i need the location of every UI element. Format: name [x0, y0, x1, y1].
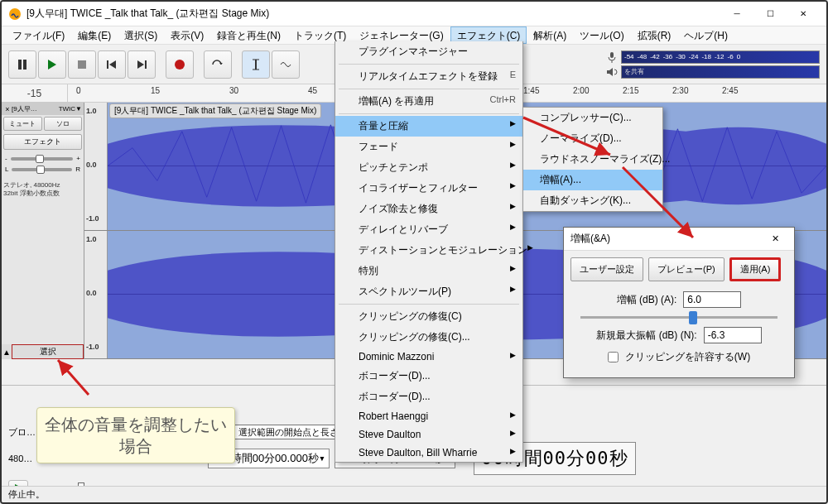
svg-rect-5	[145, 60, 147, 69]
menu-edit[interactable]: 編集(E)	[71, 26, 118, 44]
menu-steve2[interactable]: Steve Daulton, Bill Wharrie▶	[335, 444, 522, 462]
status-bar: 停止中。	[2, 486, 826, 502]
menu-record[interactable]: 録音と再生(N)	[210, 26, 287, 44]
menu-dominic[interactable]: Dominic Mazzoni▶	[335, 348, 522, 366]
menu-pitch[interactable]: ピッチとテンポ▶	[335, 157, 522, 178]
menu-delay[interactable]: ディレイとリバーブ▶	[335, 219, 522, 240]
speaker-icon	[605, 65, 619, 79]
mic-icon	[605, 50, 619, 64]
gain-slider[interactable]	[11, 157, 74, 161]
menu-clip-restore[interactable]: クリッピングの修復(C)	[335, 306, 522, 327]
menu-select[interactable]: 選択(S)	[118, 26, 164, 44]
maximize-button[interactable]: ☐	[753, 2, 787, 26]
newpeak-input[interactable]	[704, 327, 762, 343]
menu-special[interactable]: 特別▶	[335, 261, 522, 281]
volume-submenu[interactable]: コンプレッサー(C)... ノーマライズ(D)... ラウドネスノーマライズ(Z…	[522, 107, 663, 212]
dialog-close-icon[interactable]: ✕	[763, 233, 787, 244]
window-controls: ─ ☐ ✕	[720, 2, 820, 26]
amp-input[interactable]	[683, 291, 741, 308]
menu-help[interactable]: ヘルプ(H)	[677, 26, 734, 44]
menu-steve[interactable]: Steve Daulton▶	[335, 425, 522, 444]
pause-button[interactable]	[8, 50, 36, 79]
clip-name-label[interactable]: [9人무대] TWICE _Talk that Talk_ (교차편집 Stag…	[109, 103, 321, 118]
menu-file[interactable]: ファイル(F)	[6, 26, 71, 44]
track-dropdown-icon[interactable]: ▼	[75, 105, 82, 113]
app-icon	[8, 7, 22, 21]
submenu-compressor[interactable]: コンプレッサー(C)...	[523, 108, 662, 128]
loop-button[interactable]	[204, 50, 232, 79]
amp-label: 増幅 (dB) (A):	[617, 293, 677, 307]
menu-fade[interactable]: フェード▶	[335, 137, 522, 157]
menu-reapply[interactable]: 増幅(A) を再適用Ctrl+R	[335, 91, 522, 112]
menu-noise[interactable]: ノイズ除去と修復▶	[335, 199, 522, 219]
stop-button[interactable]	[68, 50, 96, 79]
track-name: [9人무…	[12, 104, 59, 113]
preview-button[interactable]: プレビュー(P)	[648, 257, 724, 281]
clip-allow-checkbox[interactable]	[608, 352, 619, 362]
menu-clip-restore2[interactable]: クリッピングの修復(C)...	[335, 327, 522, 348]
svg-point-0	[9, 8, 21, 20]
menu-eq[interactable]: イコライザーとフィルター▶	[335, 178, 522, 199]
menu-vocoder2[interactable]: ボコーダー(D)...	[335, 386, 522, 407]
annotation-callout: 全体の音量を調整したい場合	[36, 407, 235, 463]
menu-volume-compress[interactable]: 音量と圧縮▶	[335, 116, 522, 137]
effect-dropdown[interactable]: プラグインマネージャー リアルタイムエフェクトを登録E 増幅(A) を再適用Ct…	[335, 41, 523, 463]
window-title: [9人무대] TWICE _Talk that Talk_ (교차편집 Stag…	[26, 7, 720, 21]
selection-tool[interactable]	[242, 50, 270, 79]
menu-view[interactable]: 表示(V)	[164, 26, 210, 44]
amp-slider[interactable]	[580, 316, 777, 319]
user-pref-button[interactable]: ユーザー設定	[570, 257, 643, 281]
submenu-amplify[interactable]: 増幅(A)...	[523, 170, 662, 190]
dialog-title-text: 増幅(&A)	[570, 232, 763, 246]
timeline-start: -15	[2, 84, 68, 102]
track-control-panel: × [9人무… TWIC ▼ ミュート ソロ エフェクト - + L R ステレ…	[2, 103, 84, 359]
menu-analyze[interactable]: 解析(A)	[527, 26, 573, 44]
menu-spectral[interactable]: スペクトルツール(P)▶	[335, 281, 522, 302]
close-button[interactable]: ✕	[787, 2, 820, 26]
svg-rect-2	[23, 60, 26, 70]
menu-plugin-manager[interactable]: プラグインマネージャー	[335, 41, 522, 62]
mute-button[interactable]: ミュート	[3, 117, 42, 131]
submenu-loudness[interactable]: ラウドネスノーマライズ(Z)...	[523, 149, 662, 170]
collapse-icon[interactable]: ▲	[2, 348, 12, 357]
menu-distortion[interactable]: ディストーションとモジュレーション▶	[335, 240, 522, 261]
record-button[interactable]	[166, 50, 194, 79]
menu-tools[interactable]: ツール(O)	[573, 26, 630, 44]
submenu-autoduck[interactable]: 自動ダッキング(K)...	[523, 190, 662, 211]
pan-slider[interactable]	[12, 168, 72, 171]
menu-extend[interactable]: 拡張(R)	[631, 26, 678, 44]
track-close-icon[interactable]: ×	[3, 105, 12, 113]
newpeak-label: 新規最大振幅 (dB) (N):	[596, 329, 696, 343]
envelope-tool[interactable]	[272, 50, 300, 79]
amplitude-scale-2: 1.0 0.0 -1.0	[84, 231, 108, 358]
amplify-dialog[interactable]: 増幅(&A) ✕ ユーザー設定 プレビュー(P) 適用(A) 増幅 (dB) (…	[563, 227, 795, 378]
skip-end-button[interactable]	[128, 50, 156, 79]
submenu-normalize[interactable]: ノーマライズ(D)...	[523, 128, 662, 149]
playback-meter[interactable]: を共有	[621, 65, 820, 79]
select-label[interactable]: 選択	[12, 344, 84, 359]
svg-rect-1	[18, 60, 22, 70]
minimize-button[interactable]: ─	[720, 2, 753, 26]
svg-rect-3	[78, 60, 86, 69]
apply-button[interactable]: 適用(A)	[729, 257, 782, 281]
recording-meter[interactable]: -54-48-42-36-30-24-18-12-60	[621, 50, 820, 64]
meters: -54-48-42-36-30-24-18-12-60 を共有	[605, 50, 820, 79]
svg-point-6	[175, 60, 185, 70]
amplitude-scale: 1.0 0.0 -1.0	[84, 103, 108, 230]
menu-realtime-effect[interactable]: リアルタイムエフェクトを登録E	[335, 66, 522, 87]
clip-allow-label: クリッピングを許容する(W)	[625, 350, 750, 364]
dialog-titlebar[interactable]: 増幅(&A) ✕	[564, 228, 794, 251]
track-header[interactable]: × [9人무… TWIC ▼	[2, 103, 84, 115]
play-button[interactable]	[38, 50, 66, 79]
titlebar: [9人무대] TWICE _Talk that Talk_ (교차편집 Stag…	[2, 2, 826, 26]
skip-start-button[interactable]	[98, 50, 126, 79]
menu-robert[interactable]: Robert Haenggi▶	[335, 407, 522, 425]
track-info: ステレオ, 48000Hz 32bit 浮動小数点数	[2, 180, 84, 199]
svg-rect-4	[107, 60, 108, 69]
menu-vocoder[interactable]: ボコーダー(D)...	[335, 366, 522, 386]
solo-button[interactable]: ソロ	[44, 117, 83, 131]
svg-rect-10	[610, 52, 614, 58]
track-effect-button[interactable]: エフェクト	[3, 134, 82, 150]
